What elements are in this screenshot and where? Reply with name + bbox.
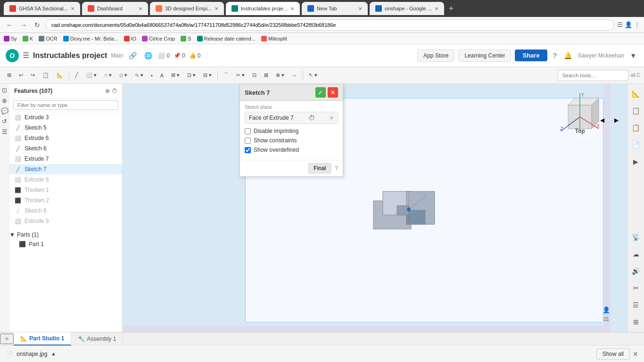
shape-tool[interactable]: ◇ ▾ [116, 69, 131, 82]
hamburger-menu[interactable]: ☰ [23, 51, 29, 60]
app-store-button[interactable]: App Store [417, 49, 454, 62]
select-tool[interactable]: ↖ ▾ [305, 69, 321, 82]
text-tool[interactable]: A [157, 69, 167, 82]
circle-tool[interactable]: ○ ▾ [101, 69, 115, 82]
user-menu-button[interactable]: ▼ [628, 50, 638, 61]
sidebar-item-sketch7[interactable]: ╱ Sketch 7 [9, 164, 122, 174]
help-button[interactable]: ? [551, 50, 559, 61]
new-tab-button[interactable]: + [446, 4, 457, 14]
notifications-button[interactable]: 🔔 [562, 50, 574, 61]
mirror-tool[interactable]: ⊟ ▾ [200, 69, 215, 82]
disable-imprinting-checkbox[interactable] [245, 128, 251, 134]
show-overdefined-checkbox[interactable] [245, 147, 251, 153]
rect-tool[interactable]: ⬜ ▾ [83, 69, 100, 82]
tab-ghsa[interactable]: GHSA 5A Sectional... ✕ [4, 2, 80, 15]
side-panel-btn1[interactable]: 📐 [629, 87, 643, 101]
person-icon[interactable]: 👤 [603, 306, 610, 313]
plane-clock-icon[interactable]: ⏱ [308, 114, 315, 122]
globe-icon[interactable]: 🌐 [142, 50, 154, 61]
url-bar[interactable] [45, 19, 614, 31]
vertical-scrollbar[interactable] [604, 84, 610, 332]
left-nav-add[interactable]: ⊕ [0, 96, 9, 105]
tab-close-instructables[interactable]: ✕ [290, 6, 294, 11]
left-nav-history[interactable]: ↺ [0, 117, 9, 125]
tab-close-google[interactable]: ✕ [435, 6, 438, 11]
fillet-tool[interactable]: ⌒ [220, 69, 232, 82]
history-button[interactable]: 📋 [39, 69, 52, 82]
show-all-button[interactable]: Show all [596, 348, 630, 360]
sidebar-item-extrude9[interactable]: ⬜ Extrude 9 [9, 216, 122, 226]
side-panel-grid-btn[interactable]: ⊞ [629, 315, 643, 329]
tab-close-dashboard[interactable]: ✕ [139, 6, 142, 11]
dialog-confirm-button[interactable]: ✓ [315, 87, 326, 98]
tab-newtab[interactable]: New Tab ✕ [302, 2, 368, 15]
bookmark-ocr[interactable]: OCR [39, 36, 57, 41]
status-close-button[interactable]: ✕ [633, 350, 638, 358]
trim-tool[interactable]: ✂ ▾ [233, 69, 248, 82]
tab-dashboard[interactable]: Dashboard ✕ [82, 2, 148, 15]
bookmark-milesplit[interactable]: Milesplit [261, 36, 287, 41]
balance-icon[interactable]: ⚖ [603, 315, 610, 322]
side-panel-btn4[interactable]: 📄 [629, 138, 643, 152]
side-panel-list-btn[interactable]: ☰ [629, 298, 643, 312]
sidebar-item-sketch5[interactable]: ╱ Sketch 5 [9, 123, 122, 133]
bookmark-sy[interactable]: Sy [4, 36, 17, 41]
nav-right-arrow[interactable]: ▶ [614, 117, 619, 123]
search-tools-input[interactable] [558, 70, 628, 81]
toolbar-unknown1[interactable]: ⊞ [4, 69, 15, 82]
tab-part-studio[interactable]: 📐 Part Studio 1 [14, 332, 71, 346]
show-constraints-checkbox[interactable] [245, 138, 251, 144]
profile-button[interactable]: 👤 [625, 21, 632, 28]
bookmark-s[interactable]: S [181, 36, 191, 41]
horizontal-scrollbar[interactable] [123, 326, 610, 332]
sidebar-item-thicken1[interactable]: ⬛ Thicken 1 [9, 185, 122, 195]
sidebar-item-extrude6[interactable]: ⬜ Extrude 6 [9, 133, 122, 143]
nav-left-arrow[interactable]: ◀ [600, 117, 604, 123]
tab-3d[interactable]: 3D designed Empi... ✕ [150, 2, 224, 15]
redo-button[interactable]: ↪ [27, 69, 38, 82]
sidebar-item-sketch6[interactable]: ╱ Sketch 6 [9, 143, 122, 154]
left-nav-comment[interactable]: 💬 [0, 107, 9, 115]
left-nav-constraints[interactable]: ⊡ [0, 86, 9, 94]
constraints-tool[interactable]: ⊕ ▾ [272, 69, 288, 82]
side-panel-cloud-btn[interactable]: ☁ [629, 247, 643, 261]
sidebar-item-extrude8[interactable]: ⬜ Extrude 8 [9, 174, 122, 185]
project-tool[interactable]: ⊠ [261, 69, 272, 82]
bookmark-doxy[interactable]: Doxy.me - Mr. Bela... [63, 36, 118, 41]
refresh-button[interactable]: ↻ [32, 20, 42, 30]
side-panel-sound-btn[interactable]: 🔊 [629, 264, 643, 278]
offset-tool[interactable]: ⊡ [249, 69, 260, 82]
tab-close-newtab[interactable]: ✕ [358, 6, 362, 11]
side-panel-btn2[interactable]: 📋 [629, 104, 643, 118]
view-cube[interactable]: Y Z X Top [559, 91, 601, 138]
dialog-cancel-button[interactable]: ✕ [328, 87, 338, 98]
side-panel-btn3[interactable]: 📋 [629, 121, 643, 135]
tab-google[interactable]: onshape - Google ... ✕ [370, 2, 444, 15]
bookmark-release[interactable]: Release date calend... [197, 36, 256, 41]
bookmark-k[interactable]: K [23, 36, 33, 41]
share-button[interactable]: Share [515, 49, 547, 61]
tab-assembly[interactable]: 🔧 Assembly 1 [71, 332, 123, 346]
sidebar-item-extrude3[interactable]: ⬜ Extrude 3 [9, 112, 122, 123]
filter-input[interactable] [13, 100, 118, 110]
sidebar-item-sketch8[interactable]: ╱ Sketch 8 [9, 206, 122, 216]
side-panel-connect-btn[interactable]: ✂ [629, 281, 643, 295]
add-tab-button[interactable]: + [0, 334, 14, 344]
sidebar-add-icon[interactable]: ⊕ [105, 88, 110, 94]
line-tool[interactable]: ╱ [72, 69, 82, 82]
bookmark-io[interactable]: IO [124, 36, 137, 41]
tab-instructables[interactable]: Instructables proje... ✕ [226, 2, 300, 15]
undo-button[interactable]: ↩ [16, 69, 26, 82]
parts-header[interactable]: ▼ Parts (1) [9, 230, 122, 239]
sidebar-item-thicken2[interactable]: ⬛ Thicken 2 [9, 195, 122, 206]
pattern-tool[interactable]: ⊡ ▾ [184, 69, 199, 82]
side-panel-wifi-btn[interactable]: 📡 [629, 230, 643, 244]
left-nav-menu[interactable]: ☰ [0, 127, 9, 136]
spline-tool[interactable]: ∿ ▾ [132, 69, 147, 82]
link-icon[interactable]: 🔗 [127, 50, 139, 61]
extensions-button[interactable]: ☰ [617, 21, 623, 28]
side-panel-expand-btn[interactable]: ▶ [629, 155, 643, 169]
menu-button[interactable]: ⋮ [634, 21, 640, 28]
back-button[interactable]: ← [4, 20, 15, 30]
sketch-plane-selector[interactable]: Face of Extrude 7 ⏱ ✕ [245, 112, 338, 124]
